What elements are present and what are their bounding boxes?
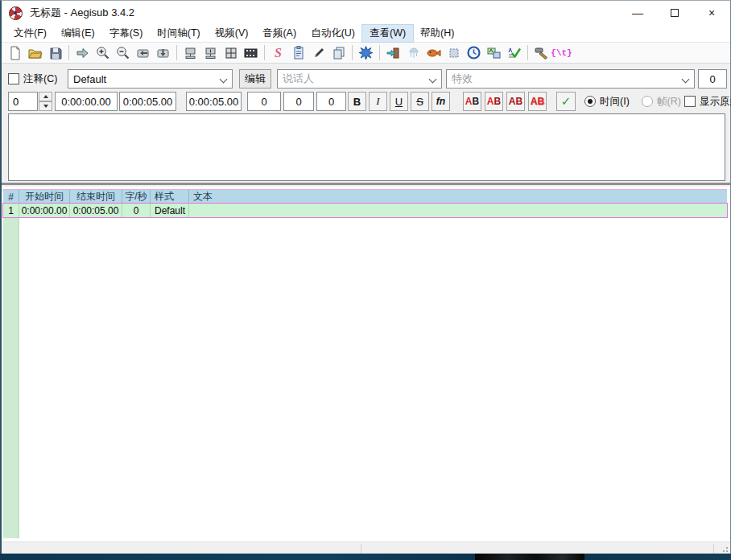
subtitle-text-input[interactable] [8,113,725,181]
video-jump-end-button[interactable] [200,43,221,63]
styling-assistant-button[interactable] [403,43,423,63]
col-header-cps[interactable]: 字/秒 [122,190,151,204]
zoom-in-button[interactable] [93,43,113,63]
primary-color-button[interactable]: AB [463,92,481,111]
col-header-style[interactable]: 样式 [151,190,189,204]
jump-to-button[interactable] [72,43,93,63]
menu-video[interactable]: 视频(V) [208,25,256,42]
save-floppy-icon [48,46,63,60]
video-details-button[interactable] [241,43,261,63]
row-start-cell: 0:00:00.00 [19,204,70,217]
menu-timing[interactable]: 时间轴(T) [150,25,207,42]
margin-vertical-input[interactable]: 0 [316,92,346,111]
fonts-collector-button[interactable] [328,43,349,63]
font-face-label: fn [436,96,445,107]
snap-end-to-video-button[interactable] [153,43,173,63]
toolbar-separator [379,45,380,60]
menu-view[interactable]: 查看(W) [362,25,413,42]
comment-label: 注释(C) [23,72,57,86]
comment-checkbox[interactable] [8,73,19,84]
menu-edit[interactable]: 编辑(E) [54,25,102,42]
timing-postprocessor-button[interactable] [464,43,484,63]
layer-value[interactable]: 0 [8,92,38,111]
spin-up-button[interactable] [39,92,52,101]
open-subtitles-button[interactable] [25,43,45,63]
show-original-group[interactable]: 显示原始字幕 [684,92,731,111]
show-original-checkbox[interactable] [684,96,696,107]
subtitle-row-1[interactable]: 1 0:00:00.00 0:00:05.00 0 Default [3,204,727,217]
styles-manager-button[interactable]: S [268,43,288,63]
snap-start-icon [135,46,151,60]
italic-button[interactable]: I [369,92,387,111]
bold-label: B [353,96,361,108]
col-header-number[interactable]: # [3,190,19,204]
char-counter: 0 [698,69,727,89]
menu-automation[interactable]: 自动化(U) [304,25,362,42]
kanji-timer-button[interactable] [423,43,444,63]
outline-color-button[interactable]: AB [506,92,525,111]
properties-button[interactable] [288,43,308,63]
menu-subtitle[interactable]: 字幕(S) [102,25,151,42]
menubar: 文件(F) 编辑(E) 字幕(S) 时间轴(T) 视频(V) 音频(A) 自动化… [2,25,730,43]
zoom-out-button[interactable] [113,43,133,63]
time-radio[interactable] [584,96,596,107]
actor-combobox[interactable]: 说话人 [277,69,442,89]
commit-button[interactable]: ✓ [556,92,576,111]
end-time-input[interactable]: 0:00:05.00 [119,92,176,111]
video-jump-start-button[interactable] [180,43,200,63]
snap-start-to-video-button[interactable] [133,43,153,63]
row-text-cell [189,204,727,217]
spin-down-button[interactable] [39,101,52,111]
subtitle-grid[interactable]: # 开始时间 结束时间 字/秒 样式 文本 1 0:00:00.00 0:00:… [2,185,730,541]
underline-button[interactable]: U [390,92,408,111]
margin-right-input[interactable]: 0 [283,92,314,111]
screenshot-stage: 无标题 - Aegisub 3.4.2 — × 文件(F) 编辑(E) 字幕(S… [0,0,731,560]
comment-checkbox-group[interactable]: 注释(C) [8,69,57,89]
row-number-gutter [3,218,19,538]
margin-left-input[interactable]: 0 [247,92,281,111]
strikeout-button[interactable]: S [411,92,429,111]
font-face-button[interactable]: fn [432,92,450,111]
translate-boxes-icon [486,46,502,60]
col-header-text[interactable]: 文本 [189,190,727,204]
start-time-input[interactable]: 0:00:00.00 [55,92,118,111]
row-style-cell: Default [151,204,189,217]
close-button[interactable]: × [693,1,730,25]
menu-audio[interactable]: 音频(A) [255,25,304,42]
translation-assistant-button[interactable] [484,43,504,63]
col-header-end[interactable]: 结束时间 [70,190,122,204]
menu-help[interactable]: 帮助(H) [413,25,461,42]
col-header-start[interactable]: 开始时间 [19,190,70,204]
edit-style-label: 编辑 [245,72,266,86]
primary-color-label-a: A [465,96,473,107]
frame-radio [642,96,653,107]
select-lines-button[interactable] [383,43,403,63]
style-value: Default [73,73,106,85]
layer-spinner[interactable]: 0 [8,92,52,111]
duration-input[interactable]: 0:00:05.00 [186,92,242,111]
shadow-color-button[interactable]: AB [528,92,547,111]
grid-header-row: # 开始时间 结束时间 字/秒 样式 文本 [3,189,727,204]
minimize-button[interactable]: — [619,1,656,25]
secondary-color-button[interactable]: AB [485,92,503,111]
effect-placeholder: 特效 [452,72,473,86]
select-visible-lines-button[interactable] [444,43,464,63]
save-subtitles-button[interactable] [45,43,65,63]
style-combobox[interactable]: Default [68,69,233,89]
video-zoom-button[interactable] [221,43,241,63]
resize-grip[interactable] [721,545,729,553]
new-subtitles-button[interactable] [5,43,25,63]
menu-file[interactable]: 文件(F) [6,25,54,42]
shift-times-button[interactable] [356,43,376,63]
edit-style-button[interactable]: 编辑 [239,69,271,89]
attachments-button[interactable] [308,43,328,63]
clock-icon [466,45,481,60]
spell-checker-button[interactable] [504,43,524,63]
maximize-button[interactable] [656,1,693,25]
automation-button[interactable] [531,43,551,63]
time-radio-group[interactable]: 时间(I) [584,92,630,111]
effect-combobox[interactable]: 特效 [446,69,695,89]
karaoke-template-button[interactable]: {\t} [551,43,572,63]
spellcheck-icon [506,46,522,60]
bold-button[interactable]: B [348,92,366,111]
